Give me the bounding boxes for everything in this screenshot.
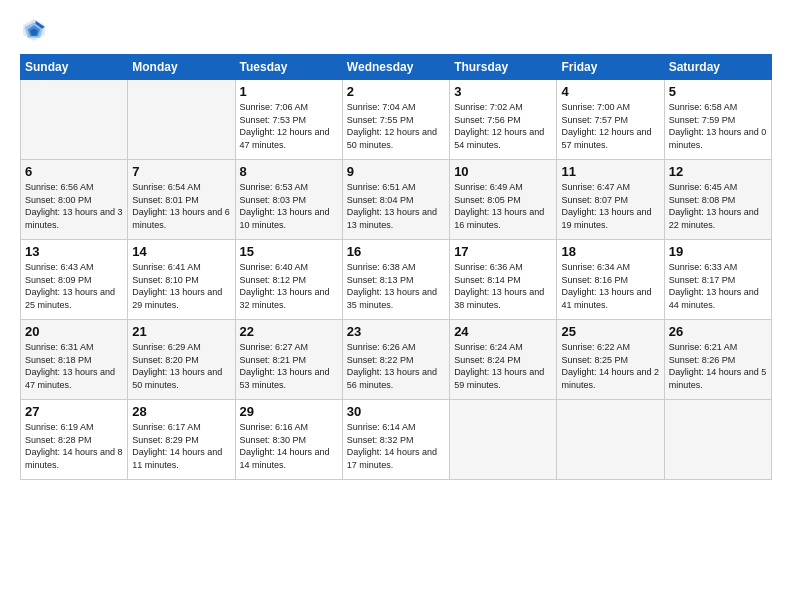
header-cell-monday: Monday	[128, 55, 235, 80]
day-number: 25	[561, 324, 659, 339]
calendar-table: SundayMondayTuesdayWednesdayThursdayFrid…	[20, 54, 772, 480]
day-number: 20	[25, 324, 123, 339]
day-cell	[664, 400, 771, 480]
day-info: Sunrise: 6:40 AM Sunset: 8:12 PM Dayligh…	[240, 261, 338, 311]
day-cell: 23Sunrise: 6:26 AM Sunset: 8:22 PM Dayli…	[342, 320, 449, 400]
header-row: SundayMondayTuesdayWednesdayThursdayFrid…	[21, 55, 772, 80]
day-info: Sunrise: 6:22 AM Sunset: 8:25 PM Dayligh…	[561, 341, 659, 391]
day-number: 8	[240, 164, 338, 179]
day-number: 3	[454, 84, 552, 99]
day-number: 6	[25, 164, 123, 179]
header-cell-tuesday: Tuesday	[235, 55, 342, 80]
day-info: Sunrise: 6:21 AM Sunset: 8:26 PM Dayligh…	[669, 341, 767, 391]
day-cell: 6Sunrise: 6:56 AM Sunset: 8:00 PM Daylig…	[21, 160, 128, 240]
day-cell: 27Sunrise: 6:19 AM Sunset: 8:28 PM Dayli…	[21, 400, 128, 480]
day-info: Sunrise: 6:58 AM Sunset: 7:59 PM Dayligh…	[669, 101, 767, 151]
day-number: 14	[132, 244, 230, 259]
day-cell: 5Sunrise: 6:58 AM Sunset: 7:59 PM Daylig…	[664, 80, 771, 160]
day-cell: 29Sunrise: 6:16 AM Sunset: 8:30 PM Dayli…	[235, 400, 342, 480]
day-info: Sunrise: 6:24 AM Sunset: 8:24 PM Dayligh…	[454, 341, 552, 391]
day-cell: 16Sunrise: 6:38 AM Sunset: 8:13 PM Dayli…	[342, 240, 449, 320]
week-row-1: 1Sunrise: 7:06 AM Sunset: 7:53 PM Daylig…	[21, 80, 772, 160]
day-cell: 30Sunrise: 6:14 AM Sunset: 8:32 PM Dayli…	[342, 400, 449, 480]
day-cell: 1Sunrise: 7:06 AM Sunset: 7:53 PM Daylig…	[235, 80, 342, 160]
day-number: 18	[561, 244, 659, 259]
day-number: 22	[240, 324, 338, 339]
day-number: 7	[132, 164, 230, 179]
day-cell	[557, 400, 664, 480]
day-info: Sunrise: 6:17 AM Sunset: 8:29 PM Dayligh…	[132, 421, 230, 471]
day-cell: 9Sunrise: 6:51 AM Sunset: 8:04 PM Daylig…	[342, 160, 449, 240]
day-number: 30	[347, 404, 445, 419]
day-info: Sunrise: 6:36 AM Sunset: 8:14 PM Dayligh…	[454, 261, 552, 311]
day-number: 12	[669, 164, 767, 179]
day-info: Sunrise: 6:54 AM Sunset: 8:01 PM Dayligh…	[132, 181, 230, 231]
day-number: 2	[347, 84, 445, 99]
day-info: Sunrise: 6:29 AM Sunset: 8:20 PM Dayligh…	[132, 341, 230, 391]
day-info: Sunrise: 6:45 AM Sunset: 8:08 PM Dayligh…	[669, 181, 767, 231]
day-cell: 22Sunrise: 6:27 AM Sunset: 8:21 PM Dayli…	[235, 320, 342, 400]
header-cell-sunday: Sunday	[21, 55, 128, 80]
day-cell	[450, 400, 557, 480]
header-cell-wednesday: Wednesday	[342, 55, 449, 80]
header-cell-saturday: Saturday	[664, 55, 771, 80]
day-cell: 4Sunrise: 7:00 AM Sunset: 7:57 PM Daylig…	[557, 80, 664, 160]
day-info: Sunrise: 6:16 AM Sunset: 8:30 PM Dayligh…	[240, 421, 338, 471]
day-cell: 8Sunrise: 6:53 AM Sunset: 8:03 PM Daylig…	[235, 160, 342, 240]
day-cell: 28Sunrise: 6:17 AM Sunset: 8:29 PM Dayli…	[128, 400, 235, 480]
day-info: Sunrise: 6:38 AM Sunset: 8:13 PM Dayligh…	[347, 261, 445, 311]
day-cell: 18Sunrise: 6:34 AM Sunset: 8:16 PM Dayli…	[557, 240, 664, 320]
day-cell	[21, 80, 128, 160]
header-cell-thursday: Thursday	[450, 55, 557, 80]
day-info: Sunrise: 6:27 AM Sunset: 8:21 PM Dayligh…	[240, 341, 338, 391]
day-cell: 3Sunrise: 7:02 AM Sunset: 7:56 PM Daylig…	[450, 80, 557, 160]
day-number: 21	[132, 324, 230, 339]
day-info: Sunrise: 7:02 AM Sunset: 7:56 PM Dayligh…	[454, 101, 552, 151]
logo-icon	[20, 16, 48, 44]
day-cell: 11Sunrise: 6:47 AM Sunset: 8:07 PM Dayli…	[557, 160, 664, 240]
week-row-4: 20Sunrise: 6:31 AM Sunset: 8:18 PM Dayli…	[21, 320, 772, 400]
day-number: 19	[669, 244, 767, 259]
day-cell: 7Sunrise: 6:54 AM Sunset: 8:01 PM Daylig…	[128, 160, 235, 240]
header-cell-friday: Friday	[557, 55, 664, 80]
day-info: Sunrise: 6:51 AM Sunset: 8:04 PM Dayligh…	[347, 181, 445, 231]
day-cell: 19Sunrise: 6:33 AM Sunset: 8:17 PM Dayli…	[664, 240, 771, 320]
day-info: Sunrise: 6:34 AM Sunset: 8:16 PM Dayligh…	[561, 261, 659, 311]
week-row-3: 13Sunrise: 6:43 AM Sunset: 8:09 PM Dayli…	[21, 240, 772, 320]
day-info: Sunrise: 6:43 AM Sunset: 8:09 PM Dayligh…	[25, 261, 123, 311]
calendar-body: 1Sunrise: 7:06 AM Sunset: 7:53 PM Daylig…	[21, 80, 772, 480]
day-cell: 26Sunrise: 6:21 AM Sunset: 8:26 PM Dayli…	[664, 320, 771, 400]
day-cell	[128, 80, 235, 160]
day-cell: 12Sunrise: 6:45 AM Sunset: 8:08 PM Dayli…	[664, 160, 771, 240]
day-number: 24	[454, 324, 552, 339]
day-cell: 10Sunrise: 6:49 AM Sunset: 8:05 PM Dayli…	[450, 160, 557, 240]
day-info: Sunrise: 7:06 AM Sunset: 7:53 PM Dayligh…	[240, 101, 338, 151]
week-row-5: 27Sunrise: 6:19 AM Sunset: 8:28 PM Dayli…	[21, 400, 772, 480]
day-number: 27	[25, 404, 123, 419]
day-number: 17	[454, 244, 552, 259]
day-number: 29	[240, 404, 338, 419]
calendar-header: SundayMondayTuesdayWednesdayThursdayFrid…	[21, 55, 772, 80]
header	[20, 16, 772, 44]
day-info: Sunrise: 6:31 AM Sunset: 8:18 PM Dayligh…	[25, 341, 123, 391]
day-info: Sunrise: 6:14 AM Sunset: 8:32 PM Dayligh…	[347, 421, 445, 471]
day-number: 5	[669, 84, 767, 99]
week-row-2: 6Sunrise: 6:56 AM Sunset: 8:00 PM Daylig…	[21, 160, 772, 240]
day-cell: 15Sunrise: 6:40 AM Sunset: 8:12 PM Dayli…	[235, 240, 342, 320]
day-cell: 13Sunrise: 6:43 AM Sunset: 8:09 PM Dayli…	[21, 240, 128, 320]
page: SundayMondayTuesdayWednesdayThursdayFrid…	[0, 0, 792, 612]
day-cell: 25Sunrise: 6:22 AM Sunset: 8:25 PM Dayli…	[557, 320, 664, 400]
day-info: Sunrise: 6:26 AM Sunset: 8:22 PM Dayligh…	[347, 341, 445, 391]
day-cell: 20Sunrise: 6:31 AM Sunset: 8:18 PM Dayli…	[21, 320, 128, 400]
day-number: 4	[561, 84, 659, 99]
day-info: Sunrise: 7:00 AM Sunset: 7:57 PM Dayligh…	[561, 101, 659, 151]
day-number: 28	[132, 404, 230, 419]
day-info: Sunrise: 6:56 AM Sunset: 8:00 PM Dayligh…	[25, 181, 123, 231]
day-number: 16	[347, 244, 445, 259]
day-info: Sunrise: 7:04 AM Sunset: 7:55 PM Dayligh…	[347, 101, 445, 151]
day-number: 10	[454, 164, 552, 179]
day-number: 26	[669, 324, 767, 339]
day-cell: 2Sunrise: 7:04 AM Sunset: 7:55 PM Daylig…	[342, 80, 449, 160]
day-number: 13	[25, 244, 123, 259]
day-cell: 21Sunrise: 6:29 AM Sunset: 8:20 PM Dayli…	[128, 320, 235, 400]
